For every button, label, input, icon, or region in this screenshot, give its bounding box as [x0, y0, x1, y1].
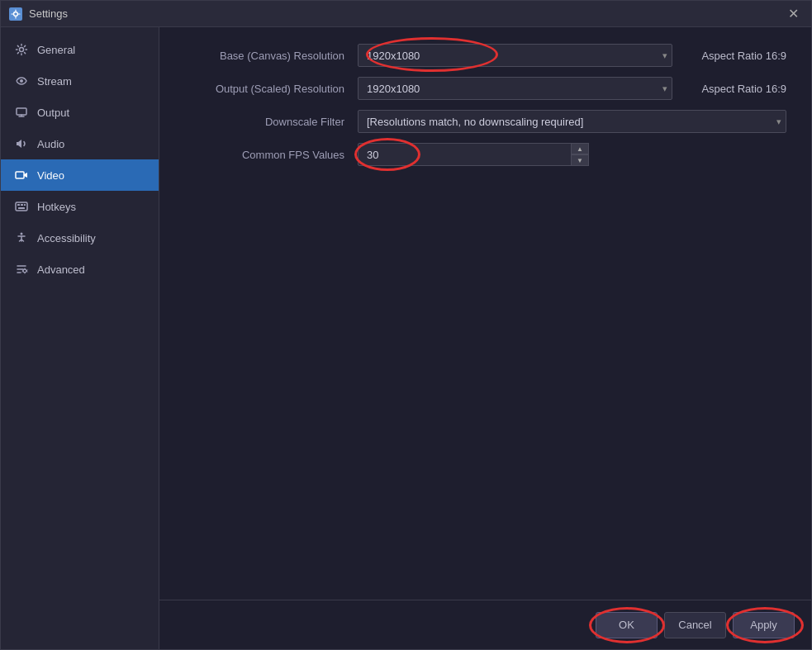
sidebar-item-label: Accessibility	[37, 232, 96, 244]
svg-rect-7	[21, 204, 23, 206]
accessibility-icon	[14, 230, 29, 245]
sidebar-item-hotkeys[interactable]: Hotkeys	[1, 191, 159, 222]
sidebar-item-label: Stream	[37, 75, 72, 88]
svg-rect-5	[16, 202, 27, 211]
sidebar-item-accessibility[interactable]: Accessibility	[1, 222, 159, 254]
output-aspect-ratio-label: Aspect Ratio 16:9	[679, 83, 786, 95]
base-aspect-ratio-label: Aspect Ratio 16:9	[679, 50, 786, 62]
svg-point-1	[20, 48, 24, 52]
video-settings-panel: Base (Canvas) Resolution 1920x1080 ▾ Asp…	[159, 27, 811, 600]
fps-row: Common FPS Values ▲ ▼	[184, 143, 786, 166]
sidebar-item-label: Output	[37, 107, 69, 119]
downscale-filter-dropdown[interactable]: [Resolutions match, no downscaling requi…	[358, 110, 786, 133]
sidebar-item-label: Video	[37, 169, 64, 182]
sidebar-item-video[interactable]: Video	[1, 159, 159, 191]
downscale-filter-label: Downscale Filter	[184, 116, 358, 128]
settings-window: Settings ✕ General	[0, 0, 812, 650]
close-button[interactable]: ✕	[783, 4, 803, 24]
video-icon	[14, 168, 29, 183]
base-resolution-dropdown-wrapper: 1920x1080 ▾	[358, 44, 672, 67]
fps-increment-button[interactable]: ▲	[571, 143, 589, 154]
output-resolution-dropdown-wrapper: 1920x1080 ▾	[358, 77, 672, 100]
cancel-button[interactable]: Cancel	[664, 612, 726, 638]
svg-point-2	[20, 79, 23, 83]
hotkeys-icon	[14, 199, 29, 214]
svg-rect-4	[16, 172, 24, 178]
output-resolution-dropdown[interactable]: 1920x1080	[358, 77, 672, 100]
svg-point-10	[21, 233, 23, 235]
base-resolution-row: Base (Canvas) Resolution 1920x1080 ▾ Asp…	[184, 44, 786, 67]
output-resolution-control: 1920x1080 ▾ Aspect Ratio 16:9	[358, 77, 786, 100]
main-content: General Stream Output	[1, 27, 811, 649]
advanced-icon	[14, 262, 29, 277]
svg-rect-3	[17, 108, 26, 115]
sidebar-item-output[interactable]: Output	[1, 97, 159, 128]
svg-point-11	[23, 269, 26, 273]
fps-control: ▲ ▼	[358, 143, 786, 166]
svg-rect-6	[17, 204, 20, 206]
window-title: Settings	[29, 7, 68, 20]
svg-point-0	[14, 12, 18, 16]
base-resolution-label: Base (Canvas) Resolution	[184, 50, 358, 62]
title-bar-left: Settings	[9, 7, 68, 21]
svg-rect-9	[18, 207, 25, 209]
sidebar: General Stream Output	[1, 27, 159, 649]
output-icon	[14, 105, 29, 120]
bottom-bar: OK Cancel Apply	[159, 600, 811, 649]
sidebar-item-audio[interactable]: Audio	[1, 128, 159, 159]
settings-app-icon	[9, 7, 22, 21]
sidebar-item-label: Hotkeys	[37, 201, 76, 213]
output-resolution-row: Output (Scaled) Resolution 1920x1080 ▾ A…	[184, 77, 786, 100]
sidebar-item-label: Audio	[37, 138, 64, 150]
title-bar: Settings ✕	[1, 1, 811, 27]
sidebar-item-label: Advanced	[37, 263, 85, 276]
fps-input[interactable]	[358, 143, 589, 166]
ok-button[interactable]: OK	[596, 612, 658, 638]
content-area: Base (Canvas) Resolution 1920x1080 ▾ Asp…	[159, 27, 811, 649]
base-resolution-control: 1920x1080 ▾ Aspect Ratio 16:9	[358, 44, 786, 67]
apply-button-wrapper: Apply	[733, 612, 795, 638]
fps-decrement-button[interactable]: ▼	[571, 154, 589, 166]
stream-icon	[14, 74, 29, 88]
fps-spinner-buttons: ▲ ▼	[571, 143, 589, 166]
downscale-filter-dropdown-wrapper: [Resolutions match, no downscaling requi…	[358, 110, 786, 133]
sidebar-item-stream[interactable]: Stream	[1, 65, 159, 97]
gear-icon	[14, 42, 29, 57]
sidebar-item-general[interactable]: General	[1, 34, 159, 65]
fps-spinner-wrapper: ▲ ▼	[358, 143, 589, 166]
downscale-filter-row: Downscale Filter [Resolutions match, no …	[184, 110, 786, 133]
sidebar-item-advanced[interactable]: Advanced	[1, 254, 159, 285]
audio-icon	[14, 136, 29, 151]
ok-button-wrapper: OK	[596, 612, 658, 638]
fps-label: Common FPS Values	[184, 149, 358, 161]
output-resolution-label: Output (Scaled) Resolution	[184, 83, 358, 95]
apply-button[interactable]: Apply	[733, 612, 795, 638]
svg-rect-8	[24, 204, 26, 206]
base-resolution-dropdown[interactable]: 1920x1080	[358, 44, 672, 67]
downscale-filter-control: [Resolutions match, no downscaling requi…	[358, 110, 786, 133]
sidebar-item-label: General	[37, 44, 75, 56]
